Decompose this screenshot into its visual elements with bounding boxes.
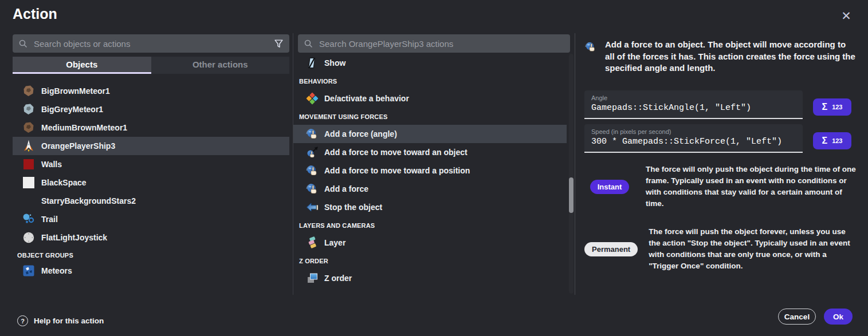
- speed-field-label: Speed (in pixels per second): [591, 128, 796, 135]
- angle-field-label: Angle: [591, 94, 796, 101]
- sigma-icon: Σ: [822, 136, 828, 146]
- objects-tabs: Objects Other actions: [13, 57, 289, 74]
- action-item-selected[interactable]: Add a force (angle): [293, 125, 567, 143]
- object-groups-header: OBJECT GROUPS: [13, 247, 289, 262]
- list-item-selected[interactable]: OrangePlayerShip3: [13, 137, 289, 155]
- action-item[interactable]: Show: [293, 54, 567, 72]
- action-item[interactable]: De/activate a behavior: [293, 89, 567, 108]
- meteor-dark-brown-icon: [22, 121, 36, 135]
- action-section-header: LAYERS AND CAMERAS: [293, 216, 575, 234]
- speed-field[interactable]: Speed (in pixels per second) 300 * Gamep…: [584, 124, 803, 153]
- objects-search: [13, 34, 289, 53]
- white-square-icon: [22, 176, 36, 189]
- list-item[interactable]: BigGreyMeteor1: [13, 100, 289, 118]
- force-icon: [305, 181, 320, 196]
- search-icon: [18, 39, 28, 48]
- action-dialog: Action ✕ Objects Other actions BigBrownM…: [0, 0, 868, 336]
- force-toward-position-icon: [305, 163, 320, 178]
- action-item[interactable]: Add a force to move toward a position: [293, 161, 567, 180]
- action-section-header: MOVEMENT USING FORCES: [293, 108, 575, 125]
- tab-other-actions[interactable]: Other actions: [151, 57, 290, 74]
- speed-expression-button[interactable]: Σ 123: [813, 132, 851, 149]
- action-item[interactable]: Z order: [293, 269, 567, 287]
- numbers-icon: 123: [832, 104, 842, 110]
- action-section-header: BEHAVIORS: [293, 72, 575, 89]
- filter-icon[interactable]: [274, 39, 284, 49]
- actions-search: [298, 34, 570, 53]
- particles-icon: [22, 212, 36, 226]
- list-item[interactable]: StarryBackgroundStars2: [13, 192, 289, 210]
- blank-icon: [22, 194, 36, 208]
- list-item[interactable]: Walls: [13, 155, 289, 173]
- permanent-note-text: The force will push the object forever, …: [649, 226, 856, 272]
- action-item[interactable]: Add a force: [293, 180, 567, 198]
- scrollbar-thumb[interactable]: [569, 177, 574, 213]
- angle-expression-button[interactable]: Σ 123: [813, 98, 851, 116]
- page-title: Action: [13, 6, 57, 22]
- spaceship-icon: [22, 139, 36, 153]
- action-item[interactable]: Add a force to move toward an object: [293, 143, 567, 161]
- list-item[interactable]: BlackSpace: [13, 173, 289, 192]
- actions-list: Show BEHAVIORS De/activate a behavior MO…: [293, 53, 575, 287]
- stop-object-icon: [305, 200, 320, 215]
- list-item[interactable]: BigBrownMeteor1: [13, 82, 289, 100]
- action-config-panel: Add a force to an object. The object wil…: [584, 33, 856, 295]
- numbers-icon: 123: [832, 137, 842, 144]
- list-item[interactable]: FlatLightJoystick: [13, 228, 289, 247]
- scrollbar[interactable]: [569, 54, 574, 294]
- meteor-brown-icon: [22, 84, 36, 98]
- help-link[interactable]: ? Help for this action: [17, 315, 104, 326]
- z-order-icon: [305, 271, 320, 286]
- objects-panel: Objects Other actions BigBrownMeteor1 Bi…: [13, 34, 289, 280]
- objects-search-input[interactable]: [33, 38, 269, 49]
- help-label: Help for this action: [34, 317, 104, 325]
- action-description: Add a force to an object. The object wil…: [605, 39, 856, 74]
- object-group-icon: [22, 264, 36, 278]
- action-item[interactable]: Layer: [293, 234, 567, 252]
- list-item[interactable]: Trail: [13, 210, 289, 228]
- list-item[interactable]: MediumBrownMeteor1: [13, 118, 289, 137]
- speed-field-value[interactable]: 300 * Gamepads::StickForce(1, "Left"): [591, 137, 796, 147]
- close-icon[interactable]: ✕: [838, 8, 854, 24]
- force-icon: [305, 127, 320, 141]
- meteor-grey-icon: [22, 102, 36, 116]
- action-description-row: Add a force to an object. The object wil…: [584, 39, 856, 74]
- behavior-icon: [305, 91, 320, 106]
- help-icon: ?: [17, 315, 28, 326]
- action-section-header: Z ORDER: [293, 252, 575, 269]
- action-item[interactable]: Stop the object: [293, 198, 567, 216]
- instant-note-row: Instant The force will only push the obj…: [584, 164, 856, 209]
- force-toward-object-icon: [305, 145, 320, 160]
- sigma-icon: Σ: [822, 102, 828, 112]
- instant-badge[interactable]: Instant: [590, 180, 630, 194]
- actions-panel: Show BEHAVIORS De/activate a behavior MO…: [293, 33, 575, 295]
- search-icon: [304, 39, 313, 48]
- red-square-icon: [22, 157, 36, 171]
- show-icon: [305, 56, 320, 70]
- angle-field-value[interactable]: Gamepads::StickAngle(1, "Left"): [591, 103, 796, 113]
- ok-button[interactable]: Ok: [824, 309, 853, 325]
- tab-objects[interactable]: Objects: [13, 57, 151, 74]
- permanent-badge[interactable]: Permanent: [584, 242, 638, 256]
- joystick-icon: [22, 231, 36, 244]
- instant-note-text: The force will only push the object duri…: [646, 164, 856, 209]
- actions-search-input[interactable]: [318, 38, 564, 49]
- force-icon: [584, 41, 597, 53]
- permanent-note-row: Permanent The force will push the object…: [584, 226, 856, 272]
- layers-icon: [305, 235, 320, 250]
- angle-field[interactable]: Angle Gamepads::StickAngle(1, "Left"): [584, 90, 803, 119]
- list-item[interactable]: Meteors: [13, 262, 289, 280]
- cancel-button[interactable]: Cancel: [778, 309, 816, 325]
- objects-list: BigBrownMeteor1 BigGreyMeteor1 MediumBro…: [13, 82, 289, 280]
